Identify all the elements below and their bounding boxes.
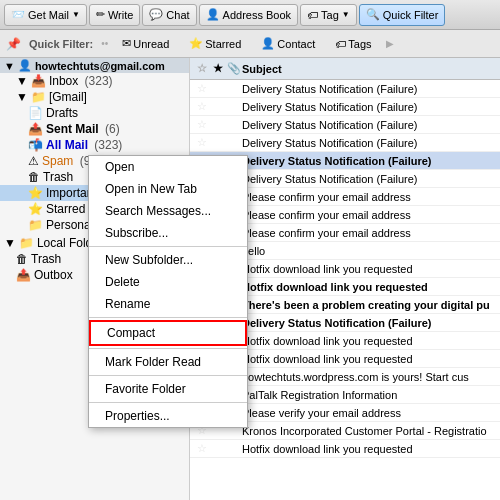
tag-dropdown-icon: ▼ — [342, 10, 350, 19]
context-menu-item-rename[interactable]: Rename — [89, 293, 247, 315]
context-menu-item-open-in-new-tab[interactable]: Open in New Tab — [89, 178, 247, 200]
email-subject: Please confirm your email address — [242, 227, 496, 239]
trash-label: Trash — [43, 170, 73, 184]
email-subject: Kronos Incorporated Customer Portal - Re… — [242, 425, 496, 437]
email-subject: howtechtuts.wordpress.com is yours! Star… — [242, 371, 496, 383]
email-row[interactable]: ☆ Delivery Status Notification (Failure) — [190, 134, 500, 152]
gmail-label: [Gmail] — [49, 90, 87, 104]
chat-button[interactable]: 💬 Chat — [142, 4, 196, 26]
email-subject: Hotfix download link you requested — [242, 263, 496, 275]
get-mail-button[interactable]: 📨 Get Mail ▼ — [4, 4, 87, 26]
sent-icon: 📤 — [28, 122, 43, 136]
star-col[interactable]: ☆ — [194, 136, 210, 149]
email-row[interactable]: ☆ Delivery Status Notification (Failure) — [190, 116, 500, 134]
email-row[interactable]: ☆ Hotfix download link you requested — [190, 440, 500, 458]
local-icon: 📁 — [19, 236, 34, 250]
tags-filter-button[interactable]: 🏷 Tags — [329, 36, 377, 52]
quick-filter-button[interactable]: 🔍 Quick Filter — [359, 4, 446, 26]
sent-count: (6) — [102, 122, 120, 136]
context-menu-item-favorite-folder[interactable]: Favorite Folder — [89, 378, 247, 400]
allmail-count: (323) — [91, 138, 122, 152]
inbox-label: Inbox — [49, 74, 78, 88]
toolbar: 📨 Get Mail ▼ ✏ Write 💬 Chat 👤 Address Bo… — [0, 0, 500, 30]
account-label: howtechtuts@gmail.com — [35, 60, 165, 72]
outbox-icon: 📤 — [16, 268, 31, 282]
drafts-label: Drafts — [46, 106, 78, 120]
sidebar-item-inbox[interactable]: ▼ 📥 Inbox (323) — [0, 73, 189, 89]
flag-header: ★ — [210, 62, 226, 75]
starred-filter-button[interactable]: ⭐ Starred — [183, 35, 247, 52]
gmail-icon: 📁 — [31, 90, 46, 104]
local-trash-label: Trash — [31, 252, 61, 266]
email-subject: There's been a problem creating your dig… — [242, 299, 496, 311]
unread-filter-button[interactable]: ✉ Unread — [116, 35, 175, 52]
email-subject: hello — [242, 245, 496, 257]
context-menu-item-mark-folder-read[interactable]: Mark Folder Read — [89, 351, 247, 373]
account-icon: 👤 — [18, 59, 32, 72]
context-menu: OpenOpen in New TabSearch Messages...Sub… — [88, 155, 248, 428]
outbox-label: Outbox — [34, 268, 73, 282]
spam-label: Spam — [42, 154, 73, 168]
local-trash-icon: 🗑 — [16, 252, 28, 266]
unread-label: Unread — [133, 38, 169, 50]
star-col[interactable]: ☆ — [194, 118, 210, 131]
addressbook-icon: 👤 — [206, 8, 220, 21]
contact-label: Contact — [277, 38, 315, 50]
filter-separator2: ▶ — [386, 38, 394, 49]
subject-header: Subject — [242, 63, 496, 75]
allmail-icon: 📬 — [28, 138, 43, 152]
context-menu-item-search-messages---[interactable]: Search Messages... — [89, 200, 247, 222]
inbox-icon: 📥 — [31, 74, 46, 88]
get-mail-label: Get Mail — [28, 9, 69, 21]
star-col[interactable]: ☆ — [194, 100, 210, 113]
local-collapse-icon: ▼ — [4, 236, 16, 250]
starred-icon: ⭐ — [189, 37, 203, 50]
email-subject: Delivery Status Notification (Failure) — [242, 119, 496, 131]
allmail-label: All Mail — [46, 138, 88, 152]
email-subject: Delivery Status Notification (Failure) — [242, 137, 496, 149]
address-book-label: Address Book — [223, 9, 291, 21]
account-item[interactable]: ▼ 👤 howtechtuts@gmail.com — [0, 58, 189, 73]
email-row[interactable]: ☆ Delivery Status Notification (Failure) — [190, 98, 500, 116]
starred-folder-label: Starred — [46, 202, 85, 216]
sidebar-item-gmail[interactable]: ▼ 📁 [Gmail] — [0, 89, 189, 105]
context-menu-item-compact[interactable]: Compact — [89, 320, 247, 346]
context-menu-item-delete[interactable]: Delete — [89, 271, 247, 293]
gmail-collapse-icon: ▼ — [16, 90, 28, 104]
spam-icon: ⚠ — [28, 154, 39, 168]
tags-label: Tags — [348, 38, 371, 50]
chat-label: Chat — [166, 9, 189, 21]
quick-filter-label: Quick Filter — [383, 9, 439, 21]
address-book-button[interactable]: 👤 Address Book — [199, 4, 298, 26]
inbox-count: (323) — [81, 74, 112, 88]
sent-label: Sent Mail — [46, 122, 99, 136]
tag-icon: 🏷 — [307, 9, 318, 21]
email-subject: Hotfix download link you requested — [242, 335, 496, 347]
trash-icon: 🗑 — [28, 170, 40, 184]
email-subject: Delivery Status Notification (Failure) — [242, 317, 496, 329]
email-subject: Please confirm your email address — [242, 209, 496, 221]
tag-button[interactable]: 🏷 Tag ▼ — [300, 4, 357, 26]
sidebar-item-allmail[interactable]: 📬 All Mail (323) — [0, 137, 189, 153]
context-menu-item-open[interactable]: Open — [89, 156, 247, 178]
context-menu-item-subscribe---[interactable]: Subscribe... — [89, 222, 247, 244]
context-menu-item-properties---[interactable]: Properties... — [89, 405, 247, 427]
email-row[interactable]: ☆ Delivery Status Notification (Failure) — [190, 80, 500, 98]
sidebar-item-drafts[interactable]: 📄 Drafts — [0, 105, 189, 121]
context-menu-item-new-subfolder---[interactable]: New Subfolder... — [89, 249, 247, 271]
starred-label: Starred — [205, 38, 241, 50]
star-header: ☆ — [194, 62, 210, 75]
write-button[interactable]: ✏ Write — [89, 4, 140, 26]
email-subject: Delivery Status Notification (Failure) — [242, 155, 496, 167]
email-subject: Hotfix download link you requested — [242, 353, 496, 365]
collapse-icon: ▼ — [16, 74, 28, 88]
personal-icon: 📁 — [28, 218, 43, 232]
quick-filter-label: Quick Filter: — [29, 38, 93, 50]
context-menu-separator — [89, 317, 247, 318]
star-col[interactable]: ☆ — [194, 442, 210, 455]
sidebar-item-sent[interactable]: 📤 Sent Mail (6) — [0, 121, 189, 137]
unread-icon: ✉ — [122, 37, 131, 50]
star-col[interactable]: ☆ — [194, 82, 210, 95]
contact-filter-button[interactable]: 👤 Contact — [255, 35, 321, 52]
email-subject: PalTalk Registration Information — [242, 389, 496, 401]
